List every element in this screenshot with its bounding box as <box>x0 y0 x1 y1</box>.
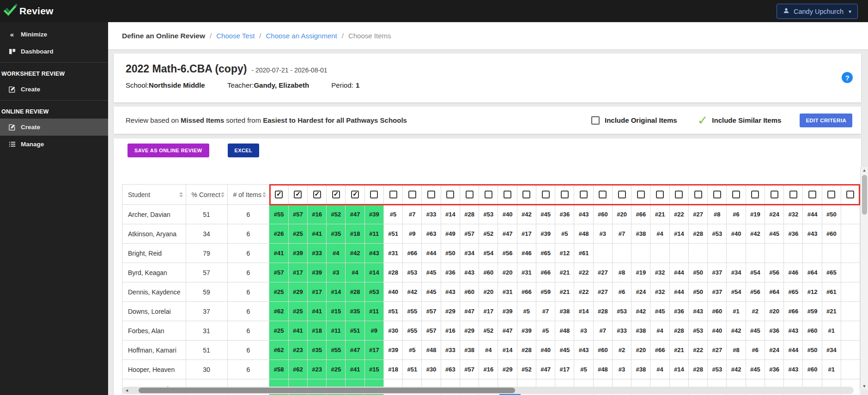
horizontal-scrollbar[interactable]: ◄ <box>122 387 854 394</box>
item-select-checkbox[interactable] <box>580 191 588 198</box>
item-select-checkbox[interactable] <box>466 191 473 198</box>
item-select-checkbox[interactable] <box>485 191 492 198</box>
sidebar-item-online-create[interactable]: Create <box>0 119 108 136</box>
item-column-header[interactable] <box>669 185 688 205</box>
scroll-up-arrow[interactable]: ▲ <box>861 167 868 174</box>
breadcrumb-choose-assignment[interactable]: Choose an Assignment <box>266 32 337 40</box>
item-column-header[interactable] <box>727 185 746 205</box>
item-select-checkbox[interactable] <box>446 191 454 198</box>
item-column-header[interactable] <box>841 185 860 205</box>
sidebar-dashboard[interactable]: Dashboard <box>0 43 108 60</box>
item-column-header[interactable] <box>498 185 517 205</box>
item-select-checkbox[interactable] <box>732 191 740 198</box>
item-cell: #32 <box>784 205 803 224</box>
sidebar-item-worksheet-create[interactable]: Create <box>0 81 108 98</box>
item-select-checkbox[interactable] <box>370 191 378 198</box>
item-column-header[interactable] <box>441 185 460 205</box>
item-column-header[interactable] <box>688 185 707 205</box>
item-select-checkbox[interactable] <box>694 191 702 198</box>
item-column-header[interactable] <box>612 185 631 205</box>
vertical-scrollbar[interactable]: ▲ ▼ <box>860 167 868 389</box>
item-column-header[interactable] <box>403 185 422 205</box>
item-column-header[interactable] <box>383 185 402 205</box>
horizontal-scrollbar-thumb[interactable] <box>139 388 515 393</box>
item-select-checkbox[interactable] <box>618 191 626 198</box>
item-select-checkbox[interactable] <box>713 191 721 198</box>
item-select-checkbox[interactable] <box>351 191 359 198</box>
item-column-header[interactable] <box>631 185 650 205</box>
item-column-header[interactable] <box>650 185 669 205</box>
item-select-checkbox[interactable] <box>599 191 607 198</box>
sidebar-item-online-manage[interactable]: Manage <box>0 136 108 153</box>
column-header-num-items[interactable]: # of Items <box>227 185 269 205</box>
item-select-checkbox[interactable] <box>542 191 550 198</box>
item-select-checkbox[interactable] <box>275 191 283 198</box>
item-select-checkbox[interactable] <box>637 191 645 198</box>
item-column-header[interactable] <box>822 185 841 205</box>
item-cell: #36 <box>784 224 803 244</box>
item-select-checkbox[interactable] <box>332 191 340 198</box>
item-select-checkbox[interactable] <box>846 191 854 198</box>
item-column-header[interactable] <box>765 185 783 205</box>
item-column-header[interactable] <box>574 185 593 205</box>
item-cell: #15 <box>364 360 383 379</box>
item-select-checkbox[interactable] <box>751 191 759 198</box>
item-select-checkbox[interactable] <box>561 191 569 198</box>
item-select-checkbox[interactable] <box>389 191 397 198</box>
item-column-header[interactable] <box>422 185 441 205</box>
item-cell: #57 <box>269 263 288 282</box>
item-column-header[interactable] <box>708 185 727 205</box>
item-select-checkbox[interactable] <box>808 191 816 198</box>
vertical-scrollbar-thumb[interactable] <box>862 175 867 215</box>
item-column-header[interactable] <box>327 185 346 205</box>
include-original-checkbox[interactable] <box>591 116 600 125</box>
user-menu-button[interactable]: Candy Upchurch ▾ <box>777 4 858 19</box>
item-cell: #34 <box>460 244 479 263</box>
scroll-left-arrow[interactable]: ◄ <box>122 388 129 393</box>
sidebar-item-label: Create <box>21 124 40 131</box>
item-select-checkbox[interactable] <box>504 191 511 198</box>
item-select-checkbox[interactable] <box>408 191 416 198</box>
item-column-header[interactable] <box>593 185 612 205</box>
edit-criteria-button[interactable]: EDIT CRITERIA <box>800 114 852 127</box>
item-column-header[interactable] <box>364 185 383 205</box>
excel-button[interactable]: EXCEL <box>228 144 260 157</box>
item-select-checkbox[interactable] <box>522 191 530 198</box>
item-column-header[interactable] <box>460 185 479 205</box>
sort-icon[interactable] <box>179 192 183 198</box>
item-column-header[interactable] <box>288 185 307 205</box>
item-column-header[interactable] <box>803 185 822 205</box>
list-icon <box>8 141 16 148</box>
item-column-header[interactable] <box>784 185 803 205</box>
column-header-pct-correct[interactable]: % Correct <box>186 185 227 205</box>
item-select-checkbox[interactable] <box>789 191 797 198</box>
item-select-checkbox[interactable] <box>294 191 302 198</box>
sort-icon[interactable] <box>221 192 225 198</box>
save-as-online-review-button[interactable]: SAVE AS ONLINE REVIEW <box>127 144 209 157</box>
item-cell: #39 <box>498 302 517 321</box>
item-select-checkbox[interactable] <box>771 191 778 198</box>
item-column-header[interactable] <box>517 185 536 205</box>
include-similar-check-icon[interactable]: ✓ <box>698 116 708 125</box>
item-select-checkbox[interactable] <box>656 191 664 198</box>
item-column-header[interactable] <box>269 185 288 205</box>
item-cell: #54 <box>746 263 765 282</box>
item-select-checkbox[interactable] <box>675 191 683 198</box>
item-select-checkbox[interactable] <box>827 191 835 198</box>
num-items-value: 6 <box>227 360 269 379</box>
item-select-checkbox[interactable] <box>313 191 321 198</box>
sort-icon[interactable] <box>262 192 266 198</box>
help-icon[interactable]: ? <box>842 72 853 83</box>
item-column-header[interactable] <box>746 185 765 205</box>
item-select-checkbox[interactable] <box>427 191 435 198</box>
item-column-header[interactable] <box>346 185 364 205</box>
column-header-student[interactable]: Student <box>122 185 186 205</box>
item-cell: #60 <box>460 282 479 302</box>
item-column-header[interactable] <box>307 185 326 205</box>
item-column-header[interactable] <box>536 185 555 205</box>
sidebar-minimize[interactable]: « Minimize <box>0 26 108 43</box>
item-column-header[interactable] <box>555 185 574 205</box>
item-column-header[interactable] <box>479 185 498 205</box>
breadcrumb-choose-test[interactable]: Choose Test <box>216 32 255 40</box>
scroll-down-arrow[interactable]: ▼ <box>861 383 868 389</box>
